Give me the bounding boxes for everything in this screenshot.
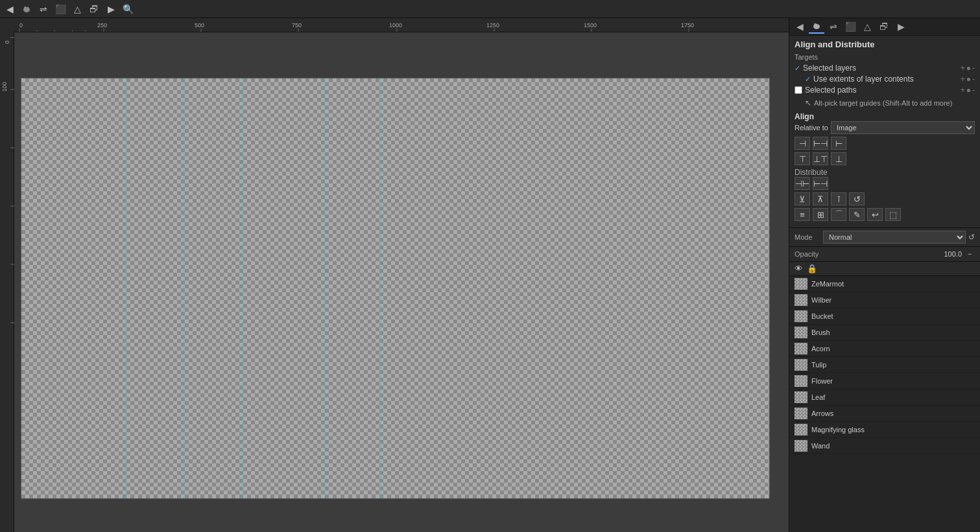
selected-layers-dots: + ● - bbox=[961, 64, 975, 73]
layer-thumb-tulip bbox=[795, 359, 807, 371]
opacity-minus-btn[interactable]: − bbox=[964, 249, 975, 259]
opacity-row: Opacity 100.0 − bbox=[789, 247, 980, 262]
dot1: + bbox=[961, 64, 965, 73]
toolbar-window-icon[interactable]: 🗗 bbox=[87, 2, 101, 16]
dot3b: - bbox=[972, 75, 975, 84]
align-extra-5[interactable]: ↩ bbox=[867, 208, 883, 221]
align-extra-1[interactable]: ≡ bbox=[795, 208, 810, 221]
layer-name-bucket: Bucket bbox=[811, 312, 833, 320]
guide-line-4 bbox=[324, 78, 325, 498]
tab-curve-btn[interactable]: △ bbox=[859, 19, 875, 34]
right-panel: ◀ ⇌ ⬛ △ 🗗 ▶ Align and Distribute Targets… bbox=[789, 18, 980, 532]
layer-acorn[interactable]: Acorn bbox=[789, 341, 980, 357]
targets-label: Targets bbox=[795, 53, 975, 61]
layer-name-tulip: Tulip bbox=[811, 361, 826, 369]
relative-to-row: Relative to First item Last item Smalles… bbox=[795, 121, 975, 134]
layer-name-leaf: Leaf bbox=[811, 393, 825, 401]
toolbar-curve-icon[interactable]: △ bbox=[70, 2, 84, 16]
layer-arrows[interactable]: Arrows bbox=[789, 406, 980, 422]
mode-select[interactable]: Normal Multiply Screen bbox=[823, 231, 966, 244]
layer-list[interactable]: ZeMarmot Wilber Bucket Brush Acorn Tulip bbox=[789, 276, 980, 532]
tab-distribute-btn[interactable]: ⇌ bbox=[826, 19, 841, 34]
opacity-label: Opacity bbox=[795, 250, 827, 258]
svg-text:1500: 1500 bbox=[584, 22, 597, 29]
use-extents-row: ✓ Use extents of layer contents + ● - bbox=[795, 75, 975, 84]
toolbar-back-icon[interactable]: ◀ bbox=[3, 2, 17, 16]
dot1b: + bbox=[961, 75, 965, 84]
align-distribute-title: Align and Distribute bbox=[795, 40, 975, 49]
align-bottom-btn[interactable]: ⊥ bbox=[831, 152, 846, 165]
distribute-misc-4[interactable]: ↺ bbox=[849, 192, 865, 205]
align-vcenter-btn[interactable]: ⊥⊤ bbox=[813, 152, 828, 165]
tab-back-btn[interactable]: ◀ bbox=[792, 19, 807, 34]
layer-thumb-brush bbox=[795, 327, 807, 338]
selected-layers-label[interactable]: ✓ Selected layers bbox=[795, 64, 856, 73]
vertical-ruler-svg: 0 100 bbox=[0, 32, 14, 532]
svg-text:1000: 1000 bbox=[389, 22, 402, 29]
layer-magnifying-glass[interactable]: Magnifying glass bbox=[789, 422, 980, 438]
layer-brush[interactable]: Brush bbox=[789, 325, 980, 341]
align-extra-2[interactable]: ⊞ bbox=[813, 208, 828, 221]
align-extra-3[interactable]: ⌒ bbox=[831, 208, 846, 221]
layer-thumb-wilber bbox=[795, 294, 807, 306]
distribute-misc-2[interactable]: ⊼ bbox=[813, 192, 828, 205]
toolbar-search-icon[interactable]: 🔍 bbox=[121, 2, 135, 16]
layer-flower[interactable]: Flower bbox=[789, 373, 980, 389]
svg-text:0: 0 bbox=[19, 22, 23, 29]
layer-thumb-magnifying-glass bbox=[795, 424, 807, 435]
selected-paths-dots: + ● - bbox=[961, 86, 975, 95]
distribute-h-left-btn[interactable]: ⊣⊢ bbox=[795, 177, 810, 190]
layer-wilber[interactable]: Wilber bbox=[789, 292, 980, 308]
distribute-h-center-btn[interactable]: ⊢⊣ bbox=[813, 177, 828, 190]
align-distribute-section: Align and Distribute Targets ✓ Selected … bbox=[789, 36, 980, 228]
layer-leaf[interactable]: Leaf bbox=[789, 389, 980, 406]
canvas-area: 0 250 500 750 1000 1250 1500 1750 bbox=[0, 18, 789, 532]
opacity-value: 100.0 bbox=[830, 250, 962, 258]
guide-line-2 bbox=[184, 78, 184, 498]
visibility-icon[interactable]: 👁 bbox=[795, 264, 803, 273]
use-extents-label[interactable]: ✓ Use extents of layer contents bbox=[805, 75, 914, 84]
selected-paths-label[interactable]: Selected paths bbox=[795, 86, 856, 95]
align-left-btn[interactable]: ⊣ bbox=[795, 137, 810, 150]
cursor-icon: ↖ bbox=[805, 98, 811, 108]
align-right-btn[interactable]: ⊢ bbox=[831, 137, 846, 150]
layer-bucket[interactable]: Bucket bbox=[789, 308, 980, 325]
align-extra-4[interactable]: ✎ bbox=[849, 208, 865, 221]
align-label: Align bbox=[795, 112, 814, 121]
align-hcenter-btn[interactable]: ⊢⊣ bbox=[813, 137, 828, 150]
mode-refresh-icon[interactable]: ↺ bbox=[968, 233, 975, 242]
distribute-label-container: Distribute bbox=[795, 168, 975, 177]
layer-thumb-wand bbox=[795, 440, 807, 452]
tab-window-btn[interactable]: 🗗 bbox=[876, 19, 892, 34]
layer-wand[interactable]: Wand bbox=[789, 438, 980, 454]
distribute-misc-3[interactable]: ⊺ bbox=[831, 192, 846, 205]
toolbar-arrow-icon[interactable]: ▶ bbox=[104, 2, 118, 16]
distribute-label: Distribute bbox=[795, 168, 828, 177]
use-extents-dots: + ● - bbox=[961, 75, 975, 84]
dot2b: ● bbox=[966, 75, 971, 84]
canvas-viewport[interactable] bbox=[14, 32, 789, 532]
selected-paths-checkbox[interactable] bbox=[795, 86, 802, 94]
toolbar-wilber-icon[interactable] bbox=[19, 2, 34, 16]
dot2c: ● bbox=[966, 86, 971, 95]
ruler-canvas-row: 0 100 bbox=[0, 32, 789, 532]
layer-thumb-bucket bbox=[795, 310, 807, 322]
align-top-btn[interactable]: ⊤ bbox=[795, 152, 810, 165]
layer-name-arrows: Arrows bbox=[811, 410, 833, 417]
layer-zemarmot[interactable]: ZeMarmot bbox=[789, 276, 980, 292]
distribute-misc-1[interactable]: ⊻ bbox=[795, 192, 810, 205]
tab-wilber-btn[interactable] bbox=[809, 19, 824, 34]
toolbar-rect-icon[interactable]: ⬛ bbox=[53, 2, 67, 16]
tab-arrow-btn[interactable]: ▶ bbox=[893, 19, 909, 34]
lock-icon[interactable]: 🔒 bbox=[807, 264, 817, 273]
guide-line-3 bbox=[242, 78, 243, 498]
alt-pick-row: ↖ Alt-pick target guides (Shift-Alt to a… bbox=[795, 97, 975, 110]
tab-rect-btn[interactable]: ⬛ bbox=[843, 19, 858, 34]
align-extra-6[interactable]: ⬚ bbox=[885, 208, 901, 221]
relative-to-select[interactable]: First item Last item Smallest item Bigge… bbox=[831, 121, 975, 134]
svg-point-1 bbox=[24, 6, 27, 9]
toolbar-distribute-icon[interactable]: ⇌ bbox=[36, 2, 51, 16]
h-align-row: ⊣ ⊢⊣ ⊢ bbox=[795, 137, 975, 150]
layer-tulip[interactable]: Tulip bbox=[789, 357, 980, 373]
ruler-svg: 0 250 500 750 1000 1250 1500 1750 bbox=[14, 18, 789, 32]
